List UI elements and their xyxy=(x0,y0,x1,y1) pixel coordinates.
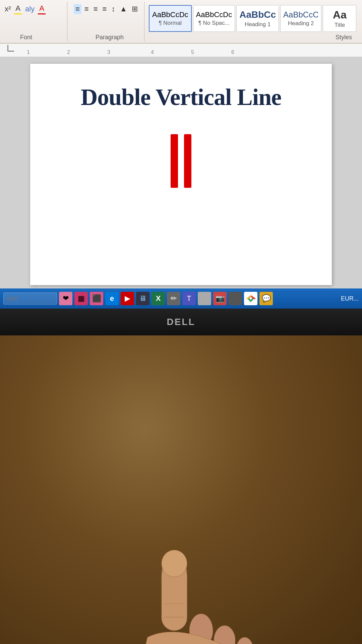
double-vertical-lines xyxy=(171,134,191,188)
style-nospace-preview: AaBbCcDc xyxy=(196,10,232,19)
tab-stop-indicator xyxy=(7,45,14,52)
ruler: 1 2 3 4 5 6 xyxy=(0,44,362,57)
taskbar-icon-clip[interactable] xyxy=(229,292,242,305)
taskbar-icon-heart[interactable]: ❤ xyxy=(59,292,72,305)
taskbar-icon-chat[interactable]: 💬 xyxy=(259,292,273,305)
border-btn[interactable]: ⊞ xyxy=(130,4,139,14)
svg-point-4 xyxy=(162,550,187,577)
line-spacing-btn[interactable]: ↕ xyxy=(110,4,117,14)
style-h1-preview: AaBbCc xyxy=(239,9,276,20)
shading-btn[interactable]: ▲ xyxy=(118,4,129,14)
font-controls: x² A aly A xyxy=(0,1,46,15)
style-title-preview: Aa xyxy=(333,8,347,21)
ruler-mark-5: 5 xyxy=(191,49,194,55)
taskbar-search[interactable] xyxy=(3,292,57,305)
document-page: Double Vertical Line xyxy=(30,64,332,285)
ruler-mark-4: 4 xyxy=(151,49,154,55)
ruler-mark-3: 3 xyxy=(107,49,110,55)
paragraph-group-label: Paragraph xyxy=(96,34,124,41)
document-title: Double Vertical Line xyxy=(81,84,281,111)
style-title[interactable]: Aa Title xyxy=(323,5,356,32)
hand-svg xyxy=(94,537,302,644)
style-h2-label: Heading 2 xyxy=(288,20,314,27)
font-highlight-btn[interactable]: A xyxy=(38,3,46,14)
style-h1-label: Heading 1 xyxy=(245,21,271,28)
taskbar-icon-chrome[interactable] xyxy=(244,292,257,305)
ruler-inner: 1 2 3 4 5 6 xyxy=(0,44,362,57)
taskbar: ❤ ▦ ⬛ e ▶ 🖥 X ✏ T 📷 💬 EUR... xyxy=(0,288,362,309)
align-left-btn[interactable]: ≡ xyxy=(74,4,81,14)
monitor-screen: x² A aly A ≡ ≡ ≡ ≡ ↕ ▲ ⊞ AaBbCcDc ¶ Norm… xyxy=(0,0,362,288)
dell-logo: DELL xyxy=(167,317,195,327)
style-normal-label: ¶ Normal xyxy=(159,20,182,26)
svg-point-7 xyxy=(236,637,253,644)
document-area: Double Vertical Line xyxy=(0,57,362,288)
style-nospace-label: ¶ No Spac... xyxy=(198,20,230,26)
ribbon-separator-1 xyxy=(67,2,67,41)
taskbar-icon-app2[interactable]: ⬛ xyxy=(90,292,103,305)
taskbar-icon-edge[interactable]: e xyxy=(105,292,119,305)
font-group-label: Font xyxy=(20,34,32,41)
style-normal[interactable]: AaBbCcDc ¶ Normal xyxy=(149,5,192,32)
taskbar-icon-app1[interactable]: ▦ xyxy=(74,292,88,305)
spell-check-icon[interactable]: aly xyxy=(24,4,36,14)
taskbar-icon-monitor[interactable]: 🖥 xyxy=(136,292,149,305)
paragraph-controls: ≡ ≡ ≡ ≡ ↕ ▲ ⊞ xyxy=(74,2,139,15)
vertical-line-right xyxy=(184,134,191,188)
svg-point-6 xyxy=(214,626,235,644)
ruler-mark-1: 1 xyxy=(27,49,30,55)
align-center-btn[interactable]: ≡ xyxy=(83,4,90,14)
taskbar-icon-pen[interactable]: ✏ xyxy=(167,292,180,305)
taskbar-icon-teams[interactable]: T xyxy=(182,292,196,305)
styles-gallery: AaBbCcDc ¶ Normal AaBbCcDc ¶ No Spac... … xyxy=(147,0,362,37)
ruler-mark-6: 6 xyxy=(231,49,234,55)
align-right-btn[interactable]: ≡ xyxy=(92,4,100,14)
taskbar-icon-cam[interactable]: 📷 xyxy=(213,292,227,305)
style-heading2[interactable]: AaBbCcC Heading 2 xyxy=(280,5,321,32)
vertical-line-left xyxy=(171,134,178,188)
monitor-bezel: DELL xyxy=(0,309,362,335)
ribbon-separator-2 xyxy=(144,2,144,41)
ruler-mark-2: 2 xyxy=(67,49,70,55)
desk-surface: @KNOWLEDGEmania9t4 F6 F7 F8 F9 F10 *8 (9… xyxy=(0,335,362,644)
taskbar-icon-youtube[interactable]: ▶ xyxy=(121,292,134,305)
style-h2-preview: AaBbCcC xyxy=(283,10,318,20)
styles-group-label: Styles xyxy=(336,34,352,41)
style-no-spacing[interactable]: AaBbCcDc ¶ No Spac... xyxy=(193,5,235,32)
style-heading1[interactable]: AaBbCc Heading 1 xyxy=(236,5,279,32)
superscript-icon[interactable]: x² xyxy=(3,4,12,14)
font-color-btn[interactable]: A xyxy=(14,3,22,14)
ribbon: x² A aly A ≡ ≡ ≡ ≡ ↕ ▲ ⊞ AaBbCcDc ¶ Norm… xyxy=(0,0,362,44)
style-title-label: Title xyxy=(335,22,345,29)
taskbar-icon-file[interactable] xyxy=(198,292,211,305)
taskbar-tray: EUR... xyxy=(341,295,359,302)
justify-btn[interactable]: ≡ xyxy=(101,4,109,14)
style-normal-preview: AaBbCcDc xyxy=(152,10,188,19)
taskbar-icon-excel[interactable]: X xyxy=(152,292,165,305)
